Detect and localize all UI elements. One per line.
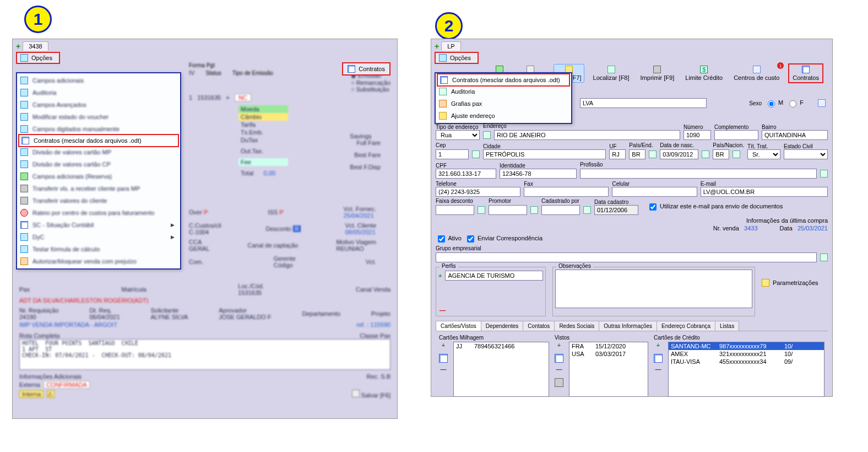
add-tab-icon[interactable]: + <box>16 42 20 51</box>
copy-icon[interactable] <box>818 99 826 107</box>
bottom-tab[interactable]: Endereço Cobrança <box>657 321 715 331</box>
cep-input[interactable] <box>436 149 469 159</box>
lookup-icon[interactable] <box>649 150 657 158</box>
bottom-tab[interactable]: Cartões/Vistos <box>436 321 481 331</box>
menu-item[interactable]: Campos digitados manualmente <box>17 123 180 135</box>
cpf-input[interactable] <box>436 169 496 179</box>
lookup-icon[interactable] <box>702 150 709 158</box>
bottom-tab[interactable]: Outras Informações <box>599 321 657 331</box>
add-icon[interactable]: + <box>439 342 448 351</box>
menu-item[interactable]: Transferir valores do cliente <box>17 195 180 207</box>
bottom-tab[interactable]: Dependentes <box>481 321 524 331</box>
complemento-input[interactable] <box>714 130 758 140</box>
promotor-input[interactable] <box>489 205 527 215</box>
menu-item[interactable]: Transferir vls. a receber cliente para M… <box>17 182 180 195</box>
menu-item[interactable]: Testar fórmula de cálculo <box>17 243 180 255</box>
fax-input[interactable] <box>524 187 609 197</box>
menu-item[interactable]: DyC▶ <box>17 231 180 243</box>
add-icon[interactable]: + <box>654 342 663 351</box>
lookup-icon[interactable] <box>478 206 485 214</box>
lookup-icon[interactable] <box>583 206 591 214</box>
list-item[interactable]: JJ789456321466 <box>454 342 549 350</box>
estciv-select[interactable] <box>784 149 828 159</box>
tittrat-select[interactable]: Sr. <box>747 149 780 159</box>
menu-item[interactable]: Campos adicionais (Reserva) <box>17 170 180 182</box>
email-input[interactable] <box>701 187 828 197</box>
cadpor-input[interactable] <box>541 205 580 215</box>
lookup-icon[interactable] <box>530 206 538 214</box>
left-tab[interactable]: 3438 <box>23 41 48 51</box>
edit-icon[interactable] <box>439 354 448 363</box>
options-button-right[interactable]: Opções <box>435 52 479 64</box>
add-perfil-icon[interactable]: + <box>438 272 442 279</box>
dtnasc-input[interactable] <box>660 149 698 159</box>
bottom-tab[interactable]: Listas <box>715 321 739 331</box>
menu-item[interactable]: Rateio por centro de custos para faturam… <box>17 207 180 219</box>
remove-perfil-icon[interactable]: — <box>440 307 446 314</box>
list-item[interactable]: AMEX321xxxxxxxxxx2110/ <box>669 350 824 358</box>
bairro-input[interactable] <box>762 130 828 140</box>
parametrizacoes-link[interactable]: Parametrizações <box>762 279 828 287</box>
contratos-button-right[interactable]: Contratos <box>788 63 823 83</box>
add-tab-icon[interactable]: + <box>435 42 439 51</box>
options-button-left[interactable]: Opções <box>16 52 60 64</box>
ativo-checkbox[interactable]: Ativo <box>436 234 462 244</box>
envcorr-checkbox[interactable]: Enviar Correspondência <box>465 234 542 244</box>
print-icon[interactable] <box>555 378 563 387</box>
pais-input[interactable] <box>629 149 645 159</box>
milhagem-list[interactable]: JJ789456321466 <box>453 342 549 397</box>
identidade-input[interactable] <box>500 169 577 179</box>
edit-icon[interactable] <box>555 354 563 363</box>
endereco-input[interactable] <box>494 130 680 140</box>
menu-item[interactable]: Contratos (mesclar dados arquivos .odt) <box>437 73 570 87</box>
grupoemp-input[interactable] <box>436 252 817 262</box>
credito-list[interactable]: SANTAND-MC987xxxxxxxxxx7910/AMEX321xxxxx… <box>668 342 824 397</box>
paisnac-input[interactable] <box>713 149 729 159</box>
lookup-icon[interactable] <box>820 254 828 261</box>
menu-item[interactable]: Divisão de valores cartão MP <box>17 146 180 158</box>
menu-item[interactable]: SC - Situação Contábil▶ <box>17 219 180 231</box>
tbtn-limite[interactable]: $Limite Crédito <box>683 64 725 82</box>
sexo-m-radio[interactable]: M <box>765 99 783 107</box>
menu-item[interactable]: Auditoria <box>17 87 180 99</box>
bottom-tab[interactable]: Redes Sociais <box>554 321 599 331</box>
add-icon[interactable]: + <box>555 342 563 351</box>
name-input[interactable] <box>580 98 707 108</box>
remove-icon[interactable]: — <box>439 366 448 375</box>
menu-item[interactable]: Autorizar/bloquear venda com prejuízo <box>17 255 180 267</box>
menu-item[interactable]: Ajuste endereço <box>436 110 571 122</box>
list-item[interactable]: FRA15/12/2020 <box>569 342 648 350</box>
tbtn-centros[interactable]: Centros de custo1 <box>731 64 782 82</box>
edit-icon[interactable] <box>654 354 663 363</box>
sexo-f-radio[interactable]: F <box>786 99 804 107</box>
menu-item[interactable]: Grafias pax <box>436 98 571 110</box>
list-item[interactable]: USA03/03/2017 <box>569 350 648 358</box>
lookup-icon[interactable] <box>733 150 740 158</box>
menu-item[interactable]: Modificar estado do voucher <box>17 111 180 123</box>
tbtn-localizar[interactable]: Localizar [F8] <box>591 64 632 82</box>
cidade-input[interactable] <box>483 149 606 159</box>
menu-item[interactable]: Contratos (mesclar dados arquivos .odt) <box>18 134 179 147</box>
lookup-icon[interactable] <box>820 170 828 177</box>
list-item[interactable]: SANTAND-MC987xxxxxxxxxx7910/ <box>669 342 824 350</box>
uf-input[interactable] <box>609 149 626 159</box>
menu-item[interactable]: Divisão de valores cartão CP <box>17 158 180 170</box>
telefone-input[interactable] <box>436 187 520 197</box>
perfil-input[interactable] <box>445 271 543 281</box>
contratos-button-left[interactable]: Contratos <box>342 62 390 76</box>
menu-item[interactable]: Campos Avançados <box>17 99 180 111</box>
remove-icon[interactable]: — <box>654 366 663 375</box>
menu-item[interactable]: Campos adicionais <box>17 74 180 87</box>
lookup-icon[interactable] <box>483 131 491 139</box>
bottom-tab[interactable]: Contatos <box>523 321 555 331</box>
faixa-input[interactable] <box>436 205 474 215</box>
celular-input[interactable] <box>612 187 697 197</box>
numero-input[interactable] <box>683 130 711 140</box>
util-email-checkbox[interactable]: Utilizar este e-mail para envio de docum… <box>647 202 783 212</box>
vistos-list[interactable]: FRA15/12/2020USA03/03/2017 <box>569 342 648 397</box>
tipo-endereco-select[interactable]: Rua <box>436 130 480 140</box>
menu-item[interactable]: Auditoria <box>436 85 571 98</box>
lookup-icon[interactable] <box>472 150 480 158</box>
list-item[interactable]: ITAU-VISA455xxxxxxxxxx3409/ <box>669 358 824 365</box>
right-tab[interactable]: LP <box>441 41 460 51</box>
